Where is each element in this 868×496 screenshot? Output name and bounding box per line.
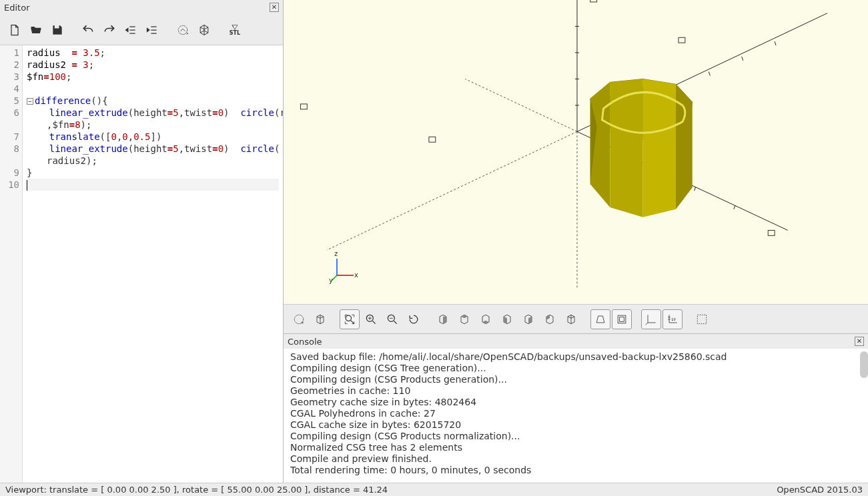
console-line: Geometry cache size in bytes: 4802464 xyxy=(290,397,861,408)
svg-rect-49 xyxy=(618,315,626,323)
viewport-3d[interactable]: z x y xyxy=(284,0,868,304)
show-axes-button[interactable] xyxy=(641,309,661,329)
console-line: CGAL cache size in bytes: 62015720 xyxy=(290,419,861,431)
view-toolbar: » 10 xyxy=(284,304,868,333)
console-header: Console ✕ xyxy=(284,334,868,349)
zoom-out-button[interactable] xyxy=(382,309,402,329)
svg-rect-26 xyxy=(679,37,685,43)
view-left-button[interactable] xyxy=(497,309,517,329)
indent-button[interactable] xyxy=(143,21,161,39)
view-bottom-button[interactable] xyxy=(476,309,496,329)
axis-z-label: z xyxy=(334,250,338,257)
console-line: Geometries in cache: 110 xyxy=(290,385,861,397)
svg-line-11 xyxy=(709,72,710,76)
svg-line-47 xyxy=(394,321,397,323)
statusbar-viewport-info: Viewport: translate = [ 0.00 0.00 2.50 ]… xyxy=(5,485,388,495)
svg-line-4 xyxy=(465,79,577,131)
console-line: Saved backup file: /home/ali/.local/shar… xyxy=(290,351,861,363)
console-line: Compiling design (CSG Products generatio… xyxy=(290,374,861,385)
statusbar-version: OpenSCAD 2015.03 xyxy=(777,485,863,495)
editor-title: Editor xyxy=(4,3,29,13)
view-back-button[interactable] xyxy=(540,309,560,329)
show-scale-button[interactable]: 10 xyxy=(663,309,683,329)
axis-gizmo: z x y xyxy=(330,255,357,284)
svg-line-17 xyxy=(734,205,735,209)
editor-toolbar: » STL xyxy=(0,15,283,45)
editor-close-button[interactable]: ✕ xyxy=(270,3,279,12)
svg-rect-50 xyxy=(620,317,624,321)
svg-text:»: » xyxy=(301,319,304,325)
axis-y-label: y xyxy=(329,277,333,284)
console-close-button[interactable]: ✕ xyxy=(855,337,864,346)
svg-line-41 xyxy=(351,320,354,323)
svg-line-43 xyxy=(373,321,376,323)
svg-line-13 xyxy=(775,41,776,45)
code-editor[interactable]: 12345678910 radius = 3.5;radius2 = 3;$fn… xyxy=(0,45,283,483)
svg-rect-25 xyxy=(590,0,597,2)
svg-rect-22 xyxy=(300,104,307,109)
render-button[interactable] xyxy=(195,21,213,39)
svg-text:»: » xyxy=(186,31,189,35)
axis-x-label: x xyxy=(354,271,358,279)
svg-text:10: 10 xyxy=(671,317,675,321)
console-line: CGAL Polyhedrons in cache: 27 xyxy=(290,408,861,419)
svg-rect-24 xyxy=(768,230,775,235)
console-line: Total rendering time: 0 hours, 0 minutes… xyxy=(290,465,861,476)
svg-line-16 xyxy=(695,187,696,191)
console-scrollbar[interactable] xyxy=(860,351,868,378)
redo-button[interactable] xyxy=(100,21,119,39)
view-diagonal-button[interactable] xyxy=(561,309,581,329)
render-icon[interactable] xyxy=(310,309,330,329)
zoom-fit-button[interactable] xyxy=(340,309,360,329)
show-edges-button[interactable] xyxy=(692,309,712,329)
line-gutter: 12345678910 xyxy=(0,45,23,483)
reset-view-button[interactable] xyxy=(404,309,424,329)
preview-button[interactable]: » xyxy=(173,21,192,39)
new-file-button[interactable] xyxy=(5,21,24,39)
code-content[interactable]: radius = 3.5;radius2 = 3;$fn=100;−differ… xyxy=(23,45,283,483)
right-panel: z x y » 10 xyxy=(284,0,868,483)
console-line: Compiling design (CSG Products normaliza… xyxy=(290,431,861,442)
svg-rect-23 xyxy=(429,137,436,142)
view-right-button[interactable] xyxy=(433,309,453,329)
main-layout: Editor ✕ » STL 12345678910 xyxy=(0,0,868,483)
console-line: Normalized CSG tree has 2 elements xyxy=(290,442,861,453)
svg-line-12 xyxy=(742,57,743,61)
export-stl-button[interactable]: STL xyxy=(226,21,244,39)
editor-header: Editor ✕ xyxy=(0,0,283,15)
open-file-button[interactable] xyxy=(27,21,45,39)
console-panel: Console ✕ Saved backup file: /home/ali/.… xyxy=(284,333,868,483)
editor-panel: Editor ✕ » STL 12345678910 xyxy=(0,0,284,483)
svg-line-2 xyxy=(327,131,577,250)
save-file-button[interactable] xyxy=(48,21,67,39)
console-title: Console xyxy=(288,337,322,347)
preview-icon[interactable]: » xyxy=(289,309,309,329)
stl-label: STL xyxy=(230,31,240,36)
console-output[interactable]: Saved backup file: /home/ali/.local/shar… xyxy=(284,349,868,483)
unindent-button[interactable] xyxy=(121,21,140,39)
console-line: Compiling design (CSG Tree generation)..… xyxy=(290,363,861,374)
zoom-in-button[interactable] xyxy=(361,309,381,329)
statusbar: Viewport: translate = [ 0.00 0.00 2.50 ]… xyxy=(0,483,868,496)
orthogonal-button[interactable] xyxy=(612,309,632,329)
svg-rect-59 xyxy=(697,315,706,323)
undo-button[interactable] xyxy=(79,21,97,39)
svg-point-40 xyxy=(346,315,351,321)
view-top-button[interactable] xyxy=(454,309,474,329)
console-line: Compile and preview finished. xyxy=(290,453,861,465)
view-front-button[interactable] xyxy=(518,309,538,329)
perspective-button[interactable] xyxy=(590,309,610,329)
svg-line-53 xyxy=(646,323,648,325)
